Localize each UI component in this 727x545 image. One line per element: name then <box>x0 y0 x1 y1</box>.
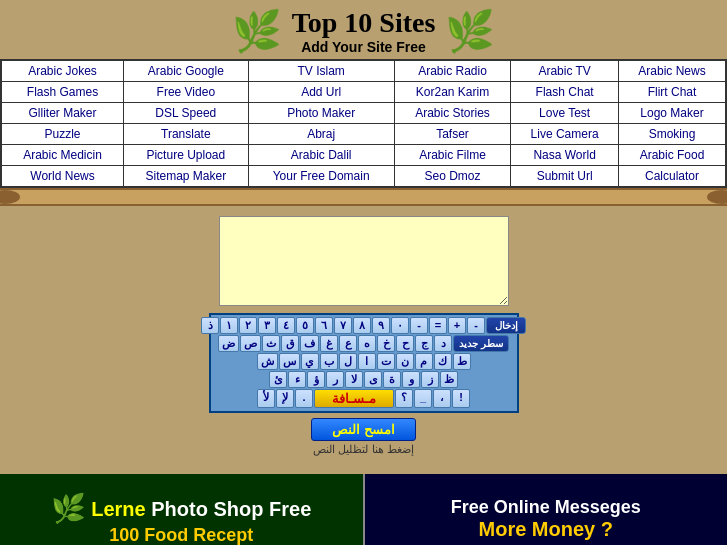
key-ء[interactable]: ء <box>288 371 306 388</box>
nav-cell[interactable]: TV Islam <box>248 60 394 82</box>
nav-cell[interactable]: Arabic Medicin <box>1 145 124 166</box>
nav-cell[interactable]: Abraj <box>248 124 394 145</box>
nav-cell[interactable]: Nasa World <box>511 145 619 166</box>
key-7[interactable]: ٧ <box>334 317 352 334</box>
key-لا[interactable]: لا <box>345 371 363 388</box>
key-ر[interactable]: ر <box>326 371 344 388</box>
key-ط[interactable]: ط <box>453 353 471 370</box>
nav-cell[interactable]: Glliter Maker <box>1 103 124 124</box>
nav-cell[interactable]: Arabic TV <box>511 60 619 82</box>
key-ع[interactable]: ع <box>339 335 357 352</box>
key-ذ[interactable]: ذ <box>201 317 219 334</box>
key-ش[interactable]: ش <box>257 353 278 370</box>
nav-cell[interactable]: Arabic Stories <box>394 103 511 124</box>
banner-left[interactable]: 🌿 Lerne Photo Shop Free 100 Food Recept <box>0 474 365 545</box>
nav-cell[interactable]: Arabic News <box>618 60 726 82</box>
arabic-textarea[interactable] <box>219 216 509 306</box>
nav-cell[interactable]: Live Camera <box>511 124 619 145</box>
key-ج[interactable]: ج <box>415 335 433 352</box>
key-غ[interactable]: غ <box>320 335 338 352</box>
key-0[interactable]: ٠ <box>391 317 409 334</box>
key-enter[interactable]: إدخال <box>486 317 526 334</box>
key-underscore[interactable]: _ <box>414 389 432 408</box>
key-4[interactable]: ٤ <box>277 317 295 334</box>
key-space[interactable]: مـسـافة <box>314 389 394 408</box>
key-9[interactable]: ٩ <box>372 317 390 334</box>
nav-cell[interactable]: Seo Dmoz <box>394 166 511 188</box>
key-comma[interactable]: ، <box>433 389 451 408</box>
nav-cell[interactable]: Picture Upload <box>124 145 249 166</box>
key-ا[interactable]: ا <box>358 353 376 370</box>
key-ث[interactable]: ث <box>262 335 280 352</box>
key-ت[interactable]: ت <box>377 353 395 370</box>
key-ه[interactable]: ه <box>358 335 376 352</box>
key-ق[interactable]: ق <box>281 335 299 352</box>
key-ن[interactable]: ن <box>396 353 414 370</box>
key-ى[interactable]: ى <box>364 371 382 388</box>
key-ص[interactable]: ص <box>240 335 261 352</box>
nav-cell[interactable]: Free Video <box>124 82 249 103</box>
key-5[interactable]: ٥ <box>296 317 314 334</box>
key-dash[interactable]: - <box>467 317 485 334</box>
key-ك[interactable]: ك <box>434 353 452 370</box>
nav-cell[interactable]: Arabic Google <box>124 60 249 82</box>
nav-cell[interactable]: Add Url <box>248 82 394 103</box>
key-exclaim[interactable]: ! <box>452 389 470 408</box>
key-م[interactable]: م <box>415 353 433 370</box>
key-لإ[interactable]: لإ <box>276 389 294 408</box>
key-equals[interactable]: = <box>429 317 447 334</box>
nav-cell[interactable]: Flirt Chat <box>618 82 726 103</box>
key-2[interactable]: ٢ <box>239 317 257 334</box>
nav-cell[interactable]: Arabic Dalil <box>248 145 394 166</box>
nav-cell[interactable]: Tafser <box>394 124 511 145</box>
nav-cell[interactable]: Logo Maker <box>618 103 726 124</box>
key-6[interactable]: ٦ <box>315 317 333 334</box>
key-ئ[interactable]: ئ <box>269 371 287 388</box>
nav-cell[interactable]: Arabic Jokes <box>1 60 124 82</box>
nav-cell[interactable]: DSL Speed <box>124 103 249 124</box>
key-question[interactable]: ؟ <box>395 389 413 408</box>
key-ؤ[interactable]: ؤ <box>307 371 325 388</box>
nav-cell[interactable]: Smoking <box>618 124 726 145</box>
key-د[interactable]: د <box>434 335 452 352</box>
key-و[interactable]: و <box>402 371 420 388</box>
nav-cell[interactable]: Flash Chat <box>511 82 619 103</box>
nav-cell[interactable]: Puzzle <box>1 124 124 145</box>
key-ف[interactable]: ف <box>300 335 319 352</box>
key-ظ[interactable]: ظ <box>440 371 458 388</box>
nav-cell[interactable]: Submit Url <box>511 166 619 188</box>
key-1[interactable]: ١ <box>220 317 238 334</box>
key-8[interactable]: ٨ <box>353 317 371 334</box>
key-3[interactable]: ٣ <box>258 317 276 334</box>
nav-cell[interactable]: Kor2an Karim <box>394 82 511 103</box>
nav-cell[interactable]: Flash Games <box>1 82 124 103</box>
key-plus[interactable]: + <box>448 317 466 334</box>
nav-cell[interactable]: Arabic Filme <box>394 145 511 166</box>
key-ل[interactable]: ل <box>339 353 357 370</box>
key-ة[interactable]: ة <box>383 371 401 388</box>
banner-left-title1: Lerne Photo Shop Free <box>91 497 311 521</box>
nav-cell[interactable]: World News <box>1 166 124 188</box>
nav-cell[interactable]: Photo Maker <box>248 103 394 124</box>
nav-cell[interactable]: Calculator <box>618 166 726 188</box>
key-period[interactable]: . <box>295 389 313 408</box>
banner-right[interactable]: Free Online Messeges More Money ? <box>365 474 728 545</box>
clear-button[interactable]: امسح النص <box>311 418 416 441</box>
key-ب[interactable]: ب <box>320 353 338 370</box>
nav-cell[interactable]: Love Test <box>511 103 619 124</box>
key-minus[interactable]: - <box>410 317 428 334</box>
nav-cell[interactable]: Translate <box>124 124 249 145</box>
clear-hint: إضغط هنا لتظليل النص <box>313 443 413 456</box>
key-ح[interactable]: ح <box>396 335 414 352</box>
key-ز[interactable]: ز <box>421 371 439 388</box>
nav-cell[interactable]: Sitemap Maker <box>124 166 249 188</box>
key-س[interactable]: س <box>279 353 300 370</box>
key-خ[interactable]: خ <box>377 335 395 352</box>
key-ض[interactable]: ض <box>218 335 239 352</box>
nav-cell[interactable]: Your Free Domain <box>248 166 394 188</box>
key-newline[interactable]: سطر جديد <box>453 335 509 352</box>
key-ي[interactable]: ي <box>301 353 319 370</box>
nav-cell[interactable]: Arabic Food <box>618 145 726 166</box>
key-لأ[interactable]: لأ <box>257 389 275 408</box>
nav-cell[interactable]: Arabic Radio <box>394 60 511 82</box>
